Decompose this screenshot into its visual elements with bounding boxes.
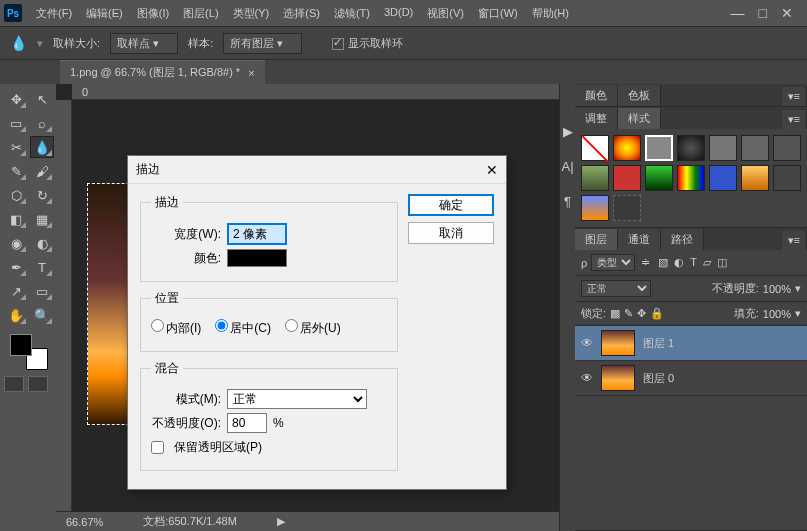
panel-menu-icon[interactable]: ▾≡ xyxy=(782,110,807,129)
cancel-button[interactable]: 取消 xyxy=(408,222,494,244)
fill-value[interactable]: 100% xyxy=(763,308,791,320)
shape-tool[interactable]: ▭ xyxy=(30,280,54,302)
tab-styles[interactable]: 样式 xyxy=(618,108,661,129)
width-input[interactable] xyxy=(227,223,287,245)
type-tool[interactable]: T xyxy=(30,256,54,278)
history-brush-tool[interactable]: ↻ xyxy=(30,184,54,206)
style-swatch[interactable] xyxy=(677,165,705,191)
play-icon[interactable]: ▶ xyxy=(563,124,573,139)
style-swatch[interactable] xyxy=(581,195,609,221)
style-swatch[interactable] xyxy=(645,135,673,161)
style-swatch[interactable] xyxy=(741,135,769,161)
tab-adjust[interactable]: 调整 xyxy=(575,108,618,129)
screenmode-button[interactable] xyxy=(28,376,48,392)
para-icon[interactable]: ¶ xyxy=(564,194,571,209)
style-swatch[interactable] xyxy=(709,135,737,161)
quickmask-button[interactable] xyxy=(4,376,24,392)
style-swatch[interactable] xyxy=(677,135,705,161)
layer-row[interactable]: 👁 图层 0 xyxy=(575,361,807,396)
blend-mode-select[interactable]: 正常 xyxy=(581,280,651,297)
panel-menu-icon[interactable]: ▾≡ xyxy=(782,231,807,250)
opacity-input[interactable] xyxy=(227,413,267,433)
path-tool[interactable]: ↗ xyxy=(4,280,28,302)
menu-select[interactable]: 选择(S) xyxy=(277,2,326,25)
menu-filter[interactable]: 滤镜(T) xyxy=(328,2,376,25)
style-swatch[interactable] xyxy=(773,135,801,161)
style-swatch[interactable] xyxy=(613,165,641,191)
filter-adjust-icon[interactable]: ◐ xyxy=(674,256,684,269)
style-swatch[interactable] xyxy=(741,165,769,191)
style-swatch[interactable] xyxy=(709,165,737,191)
position-outside-radio[interactable] xyxy=(285,319,298,332)
layer-name[interactable]: 图层 0 xyxy=(643,371,674,386)
minimize-button[interactable]: — xyxy=(731,5,745,21)
healing-tool[interactable]: ✎ xyxy=(4,160,28,182)
menu-file[interactable]: 文件(F) xyxy=(30,2,78,25)
lock-trans-icon[interactable]: ▩ xyxy=(610,307,620,320)
char-icon[interactable]: A| xyxy=(561,159,573,174)
style-swatch[interactable] xyxy=(581,135,609,161)
menu-type[interactable]: 类型(Y) xyxy=(227,2,276,25)
visibility-icon[interactable]: 👁 xyxy=(581,336,593,350)
menu-window[interactable]: 窗口(W) xyxy=(472,2,524,25)
marquee-tool[interactable]: ▭ xyxy=(4,112,28,134)
move-tool[interactable]: ✥ xyxy=(4,88,28,110)
style-swatch[interactable] xyxy=(581,165,609,191)
dialog-close-icon[interactable]: ✕ xyxy=(486,162,498,178)
preserve-transparency-checkbox[interactable] xyxy=(151,441,164,454)
opacity-value[interactable]: 100% xyxy=(763,283,791,295)
zoom-level[interactable]: 66.67% xyxy=(66,516,103,528)
layer-thumbnail[interactable] xyxy=(601,330,635,356)
style-swatch[interactable] xyxy=(613,195,641,221)
lock-paint-icon[interactable]: ✎ xyxy=(624,307,633,320)
sample-size-select[interactable]: 取样点 ▾ xyxy=(110,33,178,54)
tab-color[interactable]: 颜色 xyxy=(575,85,618,106)
mode-select[interactable]: 正常 xyxy=(227,389,367,409)
lock-all-icon[interactable]: 🔒 xyxy=(650,307,664,320)
layer-kind-select[interactable]: 类型 xyxy=(591,254,635,271)
eraser-tool[interactable]: ◧ xyxy=(4,208,28,230)
menu-image[interactable]: 图像(I) xyxy=(131,2,175,25)
eyedropper-icon[interactable]: 💧 xyxy=(10,35,27,51)
style-swatch[interactable] xyxy=(645,165,673,191)
color-picker[interactable] xyxy=(227,249,287,267)
gradient-tool[interactable]: ▦ xyxy=(30,208,54,230)
tab-channels[interactable]: 通道 xyxy=(618,229,661,250)
panel-menu-icon[interactable]: ▾≡ xyxy=(782,87,807,106)
hand-tool[interactable]: ✋ xyxy=(4,304,28,326)
menu-edit[interactable]: 编辑(E) xyxy=(80,2,129,25)
position-inside-radio[interactable] xyxy=(151,319,164,332)
tab-swatch[interactable]: 色板 xyxy=(618,85,661,106)
menu-layer[interactable]: 图层(L) xyxy=(177,2,224,25)
eyedropper-tool[interactable]: 💧 xyxy=(30,136,54,158)
tab-layers[interactable]: 图层 xyxy=(575,229,618,250)
arrow-tool[interactable]: ↖ xyxy=(30,88,54,110)
color-swatches[interactable] xyxy=(4,334,54,370)
close-button[interactable]: ✕ xyxy=(781,5,793,21)
style-swatch[interactable] xyxy=(773,165,801,191)
foreground-color[interactable] xyxy=(10,334,32,356)
maximize-button[interactable]: □ xyxy=(759,5,767,21)
blur-tool[interactable]: ◉ xyxy=(4,232,28,254)
layer-row[interactable]: 👁 图层 1 xyxy=(575,326,807,361)
dodge-tool[interactable]: ◐ xyxy=(30,232,54,254)
zoom-tool[interactable]: 🔍 xyxy=(30,304,54,326)
tab-close-icon[interactable]: × xyxy=(248,67,254,79)
style-swatch[interactable] xyxy=(613,135,641,161)
menu-3d[interactable]: 3D(D) xyxy=(378,2,419,25)
doc-size[interactable]: 文档:650.7K/1.48M xyxy=(143,514,237,529)
dialog-titlebar[interactable]: 描边 ✕ xyxy=(128,156,506,184)
sample-select[interactable]: 所有图层 ▾ xyxy=(223,33,302,54)
position-center-radio[interactable] xyxy=(215,319,228,332)
menu-view[interactable]: 视图(V) xyxy=(421,2,470,25)
filter-shape-icon[interactable]: ▱ xyxy=(703,256,711,269)
lock-pos-icon[interactable]: ✥ xyxy=(637,307,646,320)
filter-image-icon[interactable]: ▧ xyxy=(658,256,668,269)
lasso-tool[interactable]: ⌕ xyxy=(30,112,54,134)
pen-tool[interactable]: ✒ xyxy=(4,256,28,278)
stamp-tool[interactable]: ⬡ xyxy=(4,184,28,206)
layer-name[interactable]: 图层 1 xyxy=(643,336,674,351)
show-ring-checkbox[interactable] xyxy=(332,38,344,50)
brush-tool[interactable]: 🖌 xyxy=(30,160,54,182)
filter-smart-icon[interactable]: ◫ xyxy=(717,256,727,269)
